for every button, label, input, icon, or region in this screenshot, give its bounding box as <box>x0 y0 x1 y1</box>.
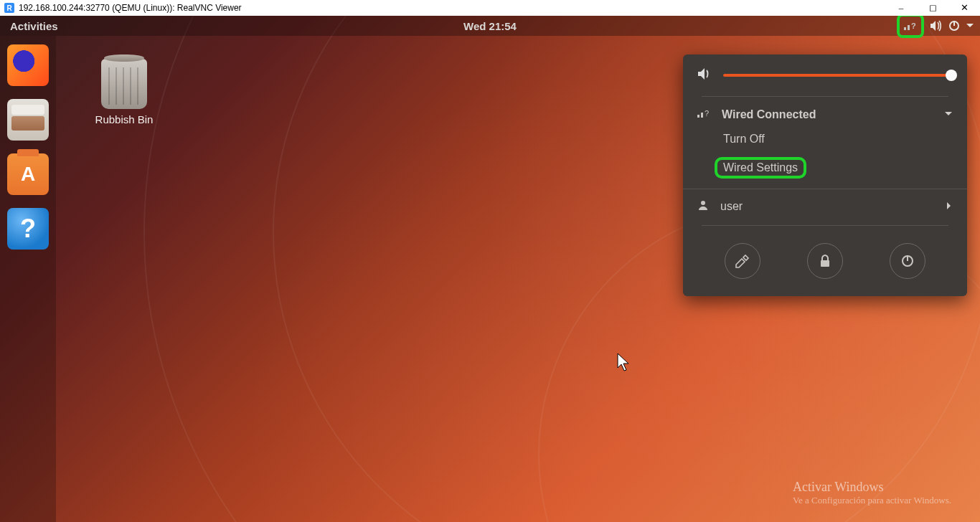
network-section-label: Wired Connected <box>722 108 816 121</box>
menu-divider <box>702 96 948 97</box>
network-settings-highlight: Wired Settings <box>715 157 806 179</box>
vnc-title-text: 192.168.100.244:32770 (QEMU (Linux)): Re… <box>19 3 242 13</box>
svg-rect-6 <box>701 113 703 118</box>
ubuntu-software-launcher[interactable]: A <box>7 153 49 195</box>
watermark-line1: Activar Windows <box>793 480 951 495</box>
vnc-title-bar[interactable]: R 192.168.100.244:32770 (QEMU (Linux)): … <box>0 0 980 16</box>
wrench-icon <box>735 254 750 268</box>
lock-button[interactable] <box>807 243 843 279</box>
help-launcher[interactable]: ? <box>7 208 49 250</box>
power-icon <box>901 255 914 267</box>
watermark-line2: Ve a Configuración para activar Windows. <box>793 495 951 506</box>
user-section-header[interactable]: user <box>683 194 967 219</box>
mouse-cursor <box>617 353 631 374</box>
svg-rect-4 <box>953 21 955 26</box>
power-button[interactable] <box>890 243 925 279</box>
ubuntu-dock: A ? <box>0 36 56 522</box>
trash-icon <box>101 59 147 109</box>
window-close-button[interactable]: ✕ <box>948 0 980 16</box>
network-settings-item[interactable]: Wired Settings <box>683 151 967 184</box>
files-launcher[interactable] <box>7 99 49 141</box>
windows-activation-watermark: Activar Windows Ve a Configuración para … <box>793 480 951 506</box>
chevron-right-icon <box>946 200 953 213</box>
network-icon: ? <box>904 21 917 31</box>
network-turn-off-item[interactable]: Turn Off <box>683 127 967 151</box>
svg-rect-0 <box>904 27 906 30</box>
chevron-down-icon <box>944 108 953 121</box>
network-section-header[interactable]: ? Wired Connected <box>683 103 967 127</box>
svg-rect-11 <box>907 255 908 261</box>
ubuntu-desktop[interactable]: Activities Wed 21:54 ? A <box>0 16 980 522</box>
svg-text:?: ? <box>911 22 916 30</box>
volume-row <box>683 54 967 90</box>
trash-label: Rubbish Bin <box>85 113 164 125</box>
menu-divider <box>702 225 948 226</box>
user-label: user <box>720 200 743 213</box>
menu-divider <box>683 189 967 189</box>
firefox-launcher[interactable] <box>7 44 49 86</box>
clock[interactable]: Wed 21:54 <box>463 20 517 32</box>
volume-slider-thumb[interactable] <box>946 70 957 81</box>
volume-icon[interactable] <box>930 20 943 32</box>
network-turn-off-label: Turn Off <box>723 133 765 146</box>
desktop-icon-trash[interactable]: Rubbish Bin <box>85 59 164 125</box>
svg-rect-1 <box>908 25 910 30</box>
realvnc-icon: R <box>4 3 14 13</box>
svg-rect-9 <box>821 260 829 267</box>
network-status-icon: ? <box>697 108 710 121</box>
volume-speaker-icon <box>697 67 713 83</box>
system-tray[interactable]: ? <box>897 16 974 36</box>
activities-button[interactable]: Activities <box>0 20 68 32</box>
network-indicator-highlighted[interactable]: ? <box>897 16 924 38</box>
lock-icon <box>819 255 831 267</box>
chevron-down-icon[interactable] <box>966 22 974 30</box>
gnome-top-bar: Activities Wed 21:54 ? <box>0 16 980 36</box>
user-icon <box>697 199 709 214</box>
network-settings-label: Wired Settings <box>723 161 798 174</box>
volume-slider[interactable] <box>723 74 953 77</box>
svg-text:?: ? <box>705 109 709 118</box>
settings-button[interactable] <box>725 243 760 279</box>
system-menu-popover: ? Wired Connected Turn Off Wired Setting… <box>683 54 967 296</box>
window-minimize-button[interactable]: – <box>885 0 917 16</box>
svg-point-8 <box>701 201 705 205</box>
window-maximize-button[interactable]: ◻ <box>917 0 948 16</box>
power-icon[interactable] <box>948 20 960 32</box>
svg-rect-5 <box>697 115 699 118</box>
